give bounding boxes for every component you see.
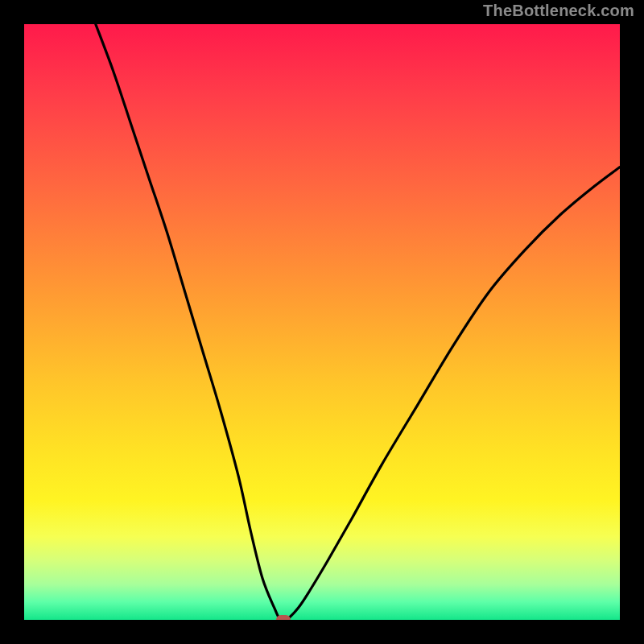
chart-frame: TheBottleneck.com <box>0 0 644 644</box>
plot-area <box>24 24 620 620</box>
bottleneck-curve <box>24 24 620 620</box>
optimal-point-marker <box>276 615 291 620</box>
watermark-text: TheBottleneck.com <box>483 2 634 20</box>
